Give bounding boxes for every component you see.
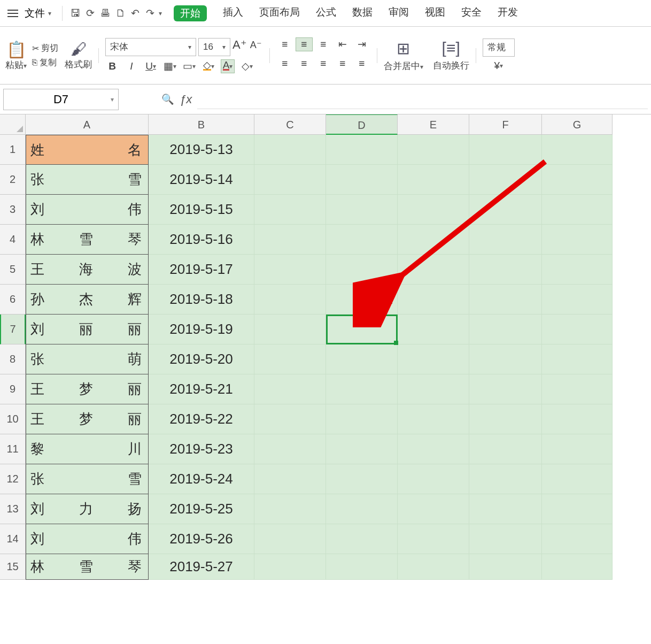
font-name-combo[interactable]: 宋体▾ bbox=[105, 38, 196, 56]
indent-increase-button[interactable]: ⇥ bbox=[353, 37, 370, 51]
merge-center-button[interactable]: ⊞ 合并居中▾ bbox=[384, 39, 423, 72]
cell-F1[interactable] bbox=[469, 135, 542, 165]
column-header-D[interactable]: D bbox=[326, 114, 398, 135]
cell-C2[interactable] bbox=[254, 165, 326, 195]
cell-E1[interactable] bbox=[398, 135, 469, 165]
cell-D4[interactable] bbox=[326, 225, 398, 255]
row-header[interactable]: 6 bbox=[0, 285, 26, 315]
cell-F15[interactable] bbox=[469, 554, 542, 580]
cell-F10[interactable] bbox=[469, 404, 542, 434]
cell-G15[interactable] bbox=[542, 554, 613, 580]
cell-D2[interactable] bbox=[326, 165, 398, 195]
cell-E10[interactable] bbox=[398, 404, 469, 434]
row-header[interactable]: 9 bbox=[0, 374, 26, 404]
row-header[interactable]: 15 bbox=[0, 554, 26, 580]
cell-F8[interactable] bbox=[469, 344, 542, 374]
cell-G6[interactable] bbox=[542, 285, 613, 315]
cell-E7[interactable] bbox=[398, 315, 469, 344]
cell-B8[interactable]: 2019-5-20 bbox=[149, 344, 254, 374]
cell-E5[interactable] bbox=[398, 255, 469, 285]
underline-button[interactable]: U▾ bbox=[144, 59, 158, 73]
fx-icon[interactable]: ƒx bbox=[180, 93, 192, 106]
cell-B1[interactable]: 2019-5-13 bbox=[149, 135, 254, 165]
tab-7[interactable]: 安全 bbox=[461, 5, 482, 21]
cell-B9[interactable]: 2019-5-21 bbox=[149, 374, 254, 404]
cell-A11[interactable]: 黎 川 bbox=[26, 434, 149, 464]
cell-G10[interactable] bbox=[542, 404, 613, 434]
cell-D1[interactable] bbox=[326, 135, 398, 165]
cell-F4[interactable] bbox=[469, 225, 542, 255]
cell-B4[interactable]: 2019-5-16 bbox=[149, 225, 254, 255]
cell-A13[interactable]: 刘 力 扬 bbox=[26, 494, 149, 524]
cell-C12[interactable] bbox=[254, 464, 326, 494]
align-center-button[interactable]: ≡ bbox=[296, 57, 313, 71]
column-header-G[interactable]: G bbox=[542, 114, 613, 135]
cell-E6[interactable] bbox=[398, 285, 469, 315]
clear-format-button[interactable]: ◇▾ bbox=[240, 59, 254, 73]
cell-A2[interactable]: 张 雪 bbox=[26, 165, 149, 195]
cell-A9[interactable]: 王 梦 丽 bbox=[26, 374, 149, 404]
column-header-B[interactable]: B bbox=[149, 114, 254, 135]
print-icon[interactable]: 🖶 bbox=[99, 7, 112, 20]
align-bottom-button[interactable]: ≡ bbox=[315, 37, 332, 51]
borders-button[interactable]: ▦▾ bbox=[163, 59, 177, 73]
cell-A1[interactable]: 姓名 bbox=[26, 135, 149, 165]
row-header[interactable]: 4 bbox=[0, 225, 26, 255]
cell-C6[interactable] bbox=[254, 285, 326, 315]
cell-B10[interactable]: 2019-5-22 bbox=[149, 404, 254, 434]
column-header-C[interactable]: C bbox=[254, 114, 326, 135]
cell-G7[interactable] bbox=[542, 315, 613, 344]
cell-B14[interactable]: 2019-5-26 bbox=[149, 524, 254, 554]
cell-C3[interactable] bbox=[254, 195, 326, 225]
row-header[interactable]: 14 bbox=[0, 524, 26, 554]
undo-icon[interactable]: ↶ bbox=[129, 7, 142, 20]
italic-button[interactable]: I bbox=[125, 59, 138, 73]
cell-F14[interactable] bbox=[469, 524, 542, 554]
cell-G3[interactable] bbox=[542, 195, 613, 225]
cell-style-button[interactable]: ▭▾ bbox=[182, 59, 196, 73]
column-header-E[interactable]: E bbox=[398, 114, 469, 135]
cell-D11[interactable] bbox=[326, 434, 398, 464]
cell-F9[interactable] bbox=[469, 374, 542, 404]
row-header[interactable]: 13 bbox=[0, 494, 26, 524]
cell-A5[interactable]: 王 海 波 bbox=[26, 255, 149, 285]
cell-F2[interactable] bbox=[469, 165, 542, 195]
qa-more-icon[interactable]: ▾ bbox=[159, 10, 162, 17]
align-top-button[interactable]: ≡ bbox=[276, 37, 293, 51]
cell-F13[interactable] bbox=[469, 494, 542, 524]
row-header[interactable]: 3 bbox=[0, 195, 26, 225]
cell-A3[interactable]: 刘 伟 bbox=[26, 195, 149, 225]
justify-button[interactable]: ≡ bbox=[334, 57, 351, 71]
tab-8[interactable]: 开发 bbox=[498, 5, 518, 21]
row-header[interactable]: 10 bbox=[0, 404, 26, 434]
bold-button[interactable]: B bbox=[105, 59, 119, 73]
cell-F12[interactable] bbox=[469, 464, 542, 494]
cell-D5[interactable] bbox=[326, 255, 398, 285]
sync-icon[interactable]: ⟳ bbox=[84, 7, 97, 20]
column-header-F[interactable]: F bbox=[469, 114, 542, 135]
cell-E3[interactable] bbox=[398, 195, 469, 225]
copy-button[interactable]: ⎘ 复制 bbox=[32, 57, 58, 68]
cell-B15[interactable]: 2019-5-27 bbox=[149, 554, 254, 580]
cell-F6[interactable] bbox=[469, 285, 542, 315]
cell-D9[interactable] bbox=[326, 374, 398, 404]
cell-A14[interactable]: 刘 伟 bbox=[26, 524, 149, 554]
cell-G14[interactable] bbox=[542, 524, 613, 554]
align-left-button[interactable]: ≡ bbox=[276, 57, 293, 71]
cell-B3[interactable]: 2019-5-15 bbox=[149, 195, 254, 225]
cell-G12[interactable] bbox=[542, 464, 613, 494]
cell-A10[interactable]: 王 梦 丽 bbox=[26, 404, 149, 434]
cell-D8[interactable] bbox=[326, 344, 398, 374]
cell-E15[interactable] bbox=[398, 554, 469, 580]
cell-C9[interactable] bbox=[254, 374, 326, 404]
cell-B6[interactable]: 2019-5-18 bbox=[149, 285, 254, 315]
file-menu[interactable]: 文件 ▾ bbox=[3, 4, 56, 22]
cell-G13[interactable] bbox=[542, 494, 613, 524]
cell-G4[interactable] bbox=[542, 225, 613, 255]
cell-E8[interactable] bbox=[398, 344, 469, 374]
cell-D15[interactable] bbox=[326, 554, 398, 580]
tab-3[interactable]: 公式 bbox=[316, 5, 336, 21]
cell-E11[interactable] bbox=[398, 434, 469, 464]
cell-E14[interactable] bbox=[398, 524, 469, 554]
cell-F7[interactable] bbox=[469, 315, 542, 344]
